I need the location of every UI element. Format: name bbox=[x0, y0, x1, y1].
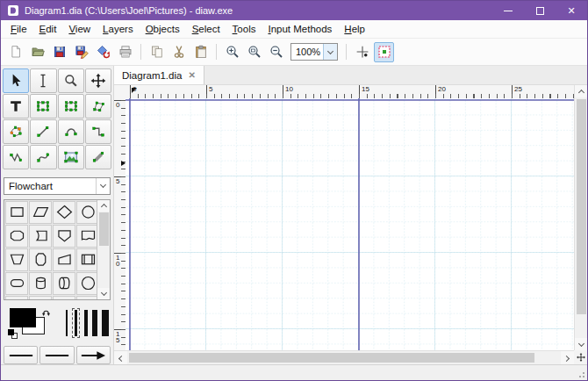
cut-button[interactable] bbox=[169, 42, 189, 62]
export-button[interactable] bbox=[93, 42, 113, 62]
menu-item-view[interactable]: View bbox=[62, 22, 97, 36]
tool-grid bbox=[3, 68, 111, 169]
print-button[interactable] bbox=[115, 42, 135, 62]
sym-new-icon bbox=[8, 44, 24, 60]
scroll-left-button[interactable] bbox=[114, 351, 127, 365]
snap-to-objects-toggle[interactable] bbox=[352, 42, 372, 62]
shape-merge[interactable] bbox=[29, 296, 52, 299]
minimize-button[interactable] bbox=[492, 1, 524, 20]
line-width-5[interactable] bbox=[102, 310, 109, 336]
line-end-style-button[interactable] bbox=[76, 346, 111, 364]
close-button[interactable]: ✕ bbox=[556, 1, 587, 20]
save-button[interactable] bbox=[49, 42, 69, 62]
fc-display-icon bbox=[32, 226, 50, 245]
outline-tool[interactable] bbox=[85, 145, 111, 169]
vertical-scrollbar-thumb[interactable] bbox=[577, 99, 586, 314]
zoom-out-button[interactable] bbox=[266, 42, 286, 62]
scroll-right-button[interactable] bbox=[561, 351, 574, 365]
shape-manual-operation[interactable] bbox=[5, 248, 28, 271]
vertical-scrollbar[interactable] bbox=[574, 85, 587, 350]
menu-item-file[interactable]: File bbox=[4, 22, 33, 36]
sheet-selector[interactable]: Flowchart bbox=[4, 177, 111, 195]
shape-predefined-process[interactable] bbox=[76, 248, 97, 271]
polygon-tool[interactable] bbox=[85, 94, 111, 119]
menu-item-tools[interactable]: Tools bbox=[226, 22, 262, 36]
sym-zoomfit-icon bbox=[247, 44, 262, 60]
line-begin-style-button[interactable] bbox=[4, 346, 38, 364]
modify-tool[interactable] bbox=[3, 68, 29, 93]
shape-box[interactable] bbox=[5, 201, 28, 224]
shape-extract[interactable] bbox=[53, 296, 75, 299]
menu-item-select[interactable]: Select bbox=[186, 22, 226, 36]
shape-ellipse[interactable] bbox=[76, 201, 97, 224]
tab-diagram1[interactable]: Diagram1.dia ✕ bbox=[114, 66, 204, 84]
polyline-tool[interactable] bbox=[3, 145, 29, 169]
shape-preparation[interactable] bbox=[5, 225, 28, 248]
close-tab-icon[interactable]: ✕ bbox=[188, 70, 195, 80]
line-width-3[interactable] bbox=[84, 310, 88, 336]
paste-button[interactable] bbox=[190, 42, 211, 62]
shape-delay[interactable] bbox=[76, 296, 97, 299]
horizontal-scrollbar[interactable] bbox=[114, 350, 574, 364]
text-edit-tool[interactable] bbox=[30, 68, 56, 93]
zoom-in-button[interactable] bbox=[222, 42, 242, 62]
diagram-canvas[interactable] bbox=[125, 98, 574, 350]
sym-saveas-icon bbox=[74, 44, 90, 60]
zoom-combo[interactable]: 100% bbox=[290, 43, 338, 61]
shape-magnetic-disk[interactable] bbox=[53, 272, 75, 295]
shape-off-page-connector[interactable] bbox=[53, 225, 75, 248]
line-tool[interactable] bbox=[30, 119, 56, 144]
shape-manual-input[interactable] bbox=[53, 248, 75, 271]
image-tool[interactable] bbox=[58, 145, 84, 169]
bezierline-tool[interactable] bbox=[30, 145, 56, 169]
palette-scrollbar[interactable] bbox=[97, 200, 110, 299]
new-diagram-button[interactable] bbox=[5, 42, 25, 62]
scroll-up-button[interactable] bbox=[97, 200, 110, 212]
menu-item-layers[interactable]: Layers bbox=[97, 22, 140, 36]
shape-document[interactable] bbox=[76, 225, 97, 248]
maximize-button[interactable] bbox=[524, 1, 556, 20]
line-width-1[interactable] bbox=[66, 310, 68, 336]
canvas-grid bbox=[125, 98, 574, 350]
arc-tool[interactable] bbox=[58, 119, 84, 144]
beziergon-tool[interactable] bbox=[3, 119, 29, 144]
line-style-button[interactable] bbox=[39, 346, 74, 364]
menu-item-input-methods[interactable]: Input Methods bbox=[262, 22, 338, 36]
dia-window: Diagram1.dia (C:\Users\Joel\Pictures) - … bbox=[0, 0, 588, 381]
save-as-button[interactable] bbox=[71, 42, 91, 62]
menu-item-help[interactable]: Help bbox=[338, 22, 371, 36]
shape-connector[interactable] bbox=[76, 272, 97, 295]
scroll-up-button[interactable] bbox=[575, 85, 588, 97]
foreground-color-swatch[interactable] bbox=[10, 308, 36, 327]
line-width-2-selected[interactable] bbox=[72, 308, 80, 338]
shape-terminal[interactable] bbox=[5, 272, 28, 295]
scroll-down-button[interactable] bbox=[97, 288, 110, 299]
text-tool[interactable] bbox=[3, 94, 29, 119]
zoom-fit-button[interactable] bbox=[244, 42, 264, 62]
zoom-dropdown-button[interactable] bbox=[323, 44, 337, 60]
menu-item-objects[interactable]: Objects bbox=[140, 22, 186, 36]
pan-canvas-button[interactable] bbox=[574, 350, 587, 364]
shape-display[interactable] bbox=[29, 225, 52, 248]
horizontal-scrollbar-thumb[interactable] bbox=[129, 353, 534, 363]
shape-diamond[interactable] bbox=[53, 201, 75, 224]
sheet-dropdown-button[interactable] bbox=[96, 178, 110, 194]
line-width-4[interactable] bbox=[92, 310, 97, 336]
swap-colors-icon[interactable] bbox=[39, 306, 53, 320]
snap-to-grid-toggle[interactable] bbox=[374, 42, 394, 62]
shape-parallelogram[interactable] bbox=[29, 201, 52, 224]
shape-internal-storage[interactable] bbox=[5, 296, 28, 299]
resize-grip[interactable] bbox=[577, 370, 585, 378]
scroll-down-button[interactable] bbox=[575, 338, 588, 350]
box-tool[interactable] bbox=[30, 94, 56, 119]
shape-hexagon[interactable] bbox=[29, 248, 52, 271]
open-diagram-button[interactable] bbox=[27, 42, 47, 62]
menu-item-edit[interactable]: Edit bbox=[33, 22, 63, 36]
copy-button[interactable] bbox=[147, 42, 167, 62]
scroll-tool[interactable] bbox=[85, 68, 111, 93]
magnify-tool[interactable] bbox=[58, 68, 84, 93]
zigzagline-tool[interactable] bbox=[85, 119, 111, 144]
shape-magnetic-drum[interactable] bbox=[29, 272, 52, 295]
palette-scrollbar-thumb[interactable] bbox=[99, 212, 109, 246]
ellipse-tool[interactable] bbox=[58, 94, 84, 119]
